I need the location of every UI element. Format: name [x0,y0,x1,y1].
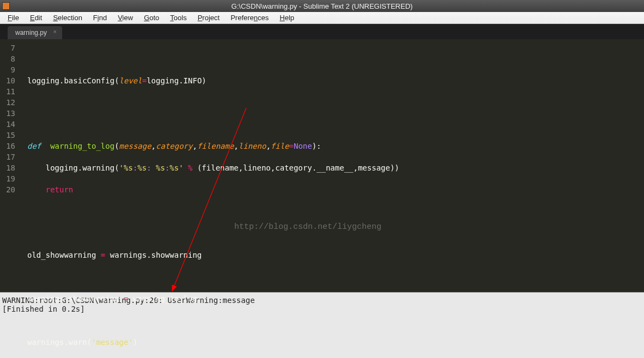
code-line [27,206,644,217]
menu-preferences[interactable]: Preferences [225,14,274,22]
menu-goto[interactable]: Goto [138,14,165,22]
editor[interactable]: 7 8 9 10 11 12 13 14 15 16 17 18 19 20 l… [0,39,644,292]
code-line: old_showwarning = warnings.showwarning [27,250,644,260]
menu-tools[interactable]: Tools [165,14,192,22]
line-number: 15 [0,130,15,141]
code-line: logging.basicConfig(level=logging.INFO) [27,75,644,86]
code-line [27,119,644,130]
line-number: 13 [0,108,15,119]
window-title: G:\CSDN\warning.py - Sublime Text 2 (UNR… [232,2,413,10]
code-line [27,97,644,108]
menu-edit[interactable]: Edit [25,14,47,22]
code-line: warnings.warn('message') [27,337,644,348]
code-line [27,53,644,64]
code-line [27,271,644,282]
code-line: return [27,184,644,195]
code-line: warnings.showwarning = warning_to_log [27,293,644,304]
title-bar: G:\CSDN\warning.py - Sublime Text 2 (UNR… [0,0,644,12]
line-number: 11 [0,86,15,97]
menu-view[interactable]: View [112,14,138,22]
code-line: def warning_to_log(message,category,file… [27,141,644,151]
menu-file[interactable]: File [2,14,25,22]
code-line: logging.warning('%s:%s: %s:%s' % (filena… [27,162,644,173]
line-number: 20 [0,184,15,195]
menu-find[interactable]: Find [88,14,112,22]
line-number: 17 [0,151,15,162]
app-icon [2,2,10,10]
line-number: 10 [0,75,15,86]
line-gutter: 7 8 9 10 11 12 13 14 15 16 17 18 19 20 [0,39,21,292]
line-number: 14 [0,119,15,130]
code-line [27,228,644,239]
line-number: 9 [0,64,15,75]
code-area[interactable]: logging.basicConfig(level=logging.INFO) … [21,39,644,292]
menu-project[interactable]: Project [192,14,225,22]
line-number: 7 [0,43,15,53]
tab-bar: warning.py × [0,24,644,39]
line-number: 16 [0,141,15,151]
menu-help[interactable]: Help [274,14,300,22]
menu-selection[interactable]: Selection [47,14,87,22]
code-line [27,315,644,326]
tab-close-icon[interactable]: × [53,28,57,35]
line-number: 19 [0,173,15,184]
tab-label: warning.py [15,29,47,37]
line-number: 12 [0,97,15,108]
line-number: 8 [0,53,15,64]
menu-bar: File Edit Selection Find View Goto Tools… [0,12,644,24]
tab-warning-py[interactable]: warning.py × [8,26,62,39]
line-number: 18 [0,162,15,173]
